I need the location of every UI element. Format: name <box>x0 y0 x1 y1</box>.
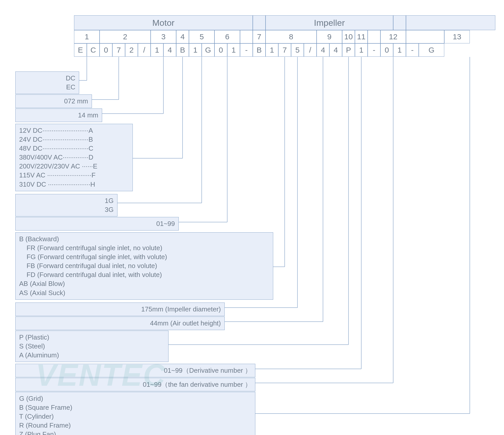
pos-sep-2 <box>368 30 380 43</box>
legend-mounting: G (Grid) B (Square Frame) T (Cylinder) R… <box>15 392 255 435</box>
header-blank <box>406 15 495 30</box>
pos-sep-1 <box>240 30 253 43</box>
code-cell: 7 <box>112 43 125 57</box>
legend-shaft: 14 mm <box>15 108 102 122</box>
legend-derivative: 01~99（Derivative number ） <box>15 364 255 377</box>
pos-9: 9 <box>317 30 342 43</box>
code-cell: P <box>342 43 355 57</box>
pos-1: 1 <box>74 30 100 43</box>
code-cell: 4 <box>317 43 329 57</box>
code-cell: / <box>138 43 151 57</box>
code-cell: B <box>253 43 266 57</box>
pos-3: 3 <box>151 30 176 43</box>
legend-outlet-height: 44mm (Air outlet height) <box>15 317 225 330</box>
code-cell: 1 <box>189 43 202 57</box>
pos-6: 6 <box>214 30 240 43</box>
code-cell: 1 <box>266 43 278 57</box>
header-gap-1 <box>253 15 266 30</box>
code-cell: 2 <box>125 43 138 57</box>
code-cell: 7 <box>278 43 291 57</box>
header-impeller: Impeller <box>266 15 393 30</box>
pos-12: 12 <box>380 30 406 43</box>
code-cell: G <box>419 43 444 57</box>
header-gap-2 <box>393 15 406 30</box>
legend-impeller-type: B (Backward) FR (Forward centrifugal sin… <box>15 232 273 300</box>
header-row: Motor Impeller <box>74 15 495 30</box>
code-cell: 4 <box>163 43 176 57</box>
pos-blank <box>406 30 444 43</box>
code-cell: - <box>368 43 380 57</box>
code-cell: / <box>304 43 317 57</box>
code-cell: 1 <box>393 43 406 57</box>
pos-2: 2 <box>100 30 151 43</box>
code-cell: 1 <box>151 43 163 57</box>
legend-material: P (Plastic) S (Steel) A (Aluminum) <box>15 331 169 362</box>
part-number-diagram: Motor Impeller 1 2 3 4 5 6 7 8 9 10 11 1… <box>5 5 490 434</box>
pos-10: 10 <box>342 30 355 43</box>
legend-motor-type: DC EC <box>15 71 79 94</box>
pos-5: 5 <box>189 30 214 43</box>
code-cell: E <box>74 43 87 57</box>
pos-7: 7 <box>253 30 266 43</box>
code-cell: 0 <box>380 43 393 57</box>
position-row: 1 2 3 4 5 6 7 8 9 10 11 12 13 <box>74 30 470 43</box>
code-cell: - <box>240 43 253 57</box>
code-cell: 4 <box>329 43 342 57</box>
code-cell: 0 <box>214 43 227 57</box>
legend-voltage: 12V DC·························A 24V DC·… <box>15 124 133 191</box>
code-cell: C <box>87 43 100 57</box>
pos-11: 11 <box>355 30 368 43</box>
pos-13: 13 <box>444 30 470 43</box>
legend-fan-derivative: 01~99（the fan derivative number ） <box>15 378 255 391</box>
legend-motor-variant: 01~99 <box>15 217 179 231</box>
legend-impeller-diameter: 175mm (Impeller diameter) <box>15 303 225 316</box>
pos-4: 4 <box>176 30 189 43</box>
legend-phase: 1G 3G <box>15 194 117 216</box>
code-cell: - <box>406 43 419 57</box>
code-cell: B <box>176 43 189 57</box>
code-cell: 1 <box>227 43 240 57</box>
header-motor: Motor <box>74 15 253 30</box>
code-cell: 0 <box>100 43 112 57</box>
code-cell: 1 <box>355 43 368 57</box>
legend-frame-size: 072 mm <box>15 94 92 108</box>
code-row: E C 0 7 2 / 1 4 B 1 G 0 1 - B 1 7 5 / 4 … <box>74 43 444 57</box>
code-cell: G <box>202 43 214 57</box>
code-cell: 5 <box>291 43 304 57</box>
pos-8: 8 <box>266 30 317 43</box>
